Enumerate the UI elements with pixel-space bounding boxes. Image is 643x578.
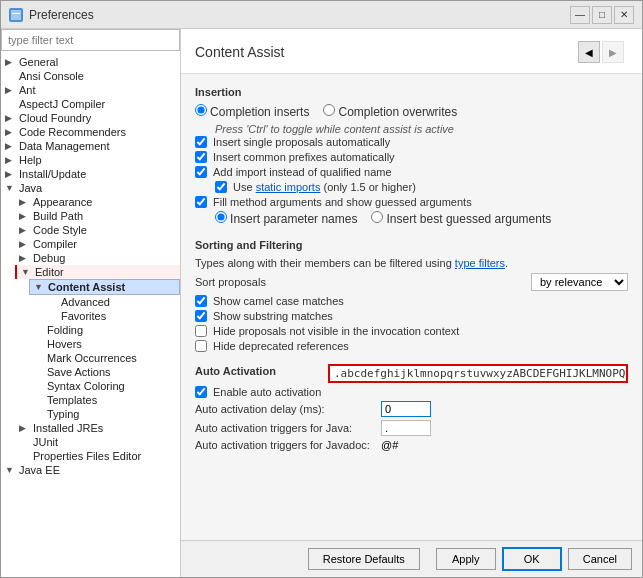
sidebar-item-general[interactable]: ▶ General — [1, 55, 180, 69]
javadoc-triggers-value: @# — [381, 439, 398, 451]
radio-completion-inserts[interactable] — [195, 104, 207, 116]
sidebar-item-ansi-console[interactable]: Ansi Console — [1, 69, 180, 83]
bottom-bar: Restore Defaults Apply OK Cancel — [181, 540, 642, 577]
sidebar-item-properties-file-editor[interactable]: Properties Files Editor — [15, 449, 180, 463]
sidebar-item-mark-occurrences[interactable]: Mark Occurrences — [29, 351, 180, 365]
sidebar-item-compiler[interactable]: ▶ Compiler — [15, 237, 180, 251]
title-bar-left: Preferences — [9, 8, 94, 22]
cb-enable-auto-label: Enable auto activation — [213, 386, 321, 398]
sidebar-item-folding[interactable]: Folding — [29, 323, 180, 337]
cb-enable-auto[interactable] — [195, 386, 207, 398]
cb-prefixes[interactable] — [195, 151, 207, 163]
delay-input[interactable] — [381, 401, 431, 417]
radio-completion-inserts-label: Completion inserts — [195, 104, 309, 119]
sidebar-item-ant[interactable]: ▶ Ant — [1, 83, 180, 97]
cb-camel-row: Show camel case matches — [195, 295, 628, 307]
window-title: Preferences — [29, 8, 94, 22]
editor-children: ▼ Content Assist Advanced Favorites — [15, 279, 180, 421]
radio-completion-overwrites[interactable] — [323, 104, 335, 116]
nav-forward-button[interactable]: ▶ — [602, 41, 624, 63]
cancel-button[interactable]: Cancel — [568, 548, 632, 570]
cb-import-row: Add import instead of qualified name — [195, 166, 628, 178]
radio-best-guessed[interactable] — [371, 211, 383, 223]
sidebar-item-cloud-foundry[interactable]: ▶ Cloud Foundry — [1, 111, 180, 125]
cb-not-visible-label: Hide proposals not visible in the invoca… — [213, 325, 459, 337]
cb-single-row: Insert single proposals automatically — [195, 136, 628, 148]
cb-static-label: Use static imports (only 1.5 or higher) — [233, 181, 416, 193]
sidebar-item-help[interactable]: ▶ Help — [1, 153, 180, 167]
delay-row: Auto activation delay (ms): — [195, 401, 628, 417]
cb-not-visible[interactable] — [195, 325, 207, 337]
sidebar-item-install-update[interactable]: ▶ Install/Update — [1, 167, 180, 181]
sidebar-item-hovers[interactable]: Hovers — [29, 337, 180, 351]
ok-button[interactable]: OK — [502, 547, 562, 571]
sidebar-item-content-assist[interactable]: ▼ Content Assist — [29, 279, 180, 295]
guessed-args-radio-group: Insert parameter names Insert best guess… — [195, 211, 628, 226]
sidebar-item-favorites[interactable]: Favorites — [43, 309, 180, 323]
content-assist-children: Advanced Favorites — [29, 295, 180, 323]
cb-static-row: Use static imports (only 1.5 or higher) — [195, 181, 628, 193]
sidebar-item-typing[interactable]: Typing — [29, 407, 180, 421]
sidebar-item-installed-jres[interactable]: ▶ Installed JREs — [15, 421, 180, 435]
close-button[interactable]: ✕ — [614, 6, 634, 24]
javadoc-triggers-row: Auto activation triggers for Javadoc: @# — [195, 439, 628, 451]
cb-prefixes-row: Insert common prefixes automatically — [195, 151, 628, 163]
cb-not-visible-row: Hide proposals not visible in the invoca… — [195, 325, 628, 337]
cb-deprecated[interactable] — [195, 340, 207, 352]
sidebar-item-java-ee[interactable]: ▼ Java EE — [1, 463, 180, 477]
cb-single-label: Insert single proposals automatically — [213, 136, 390, 148]
maximize-button[interactable]: □ — [592, 6, 612, 24]
static-imports-link[interactable]: static imports — [256, 181, 321, 193]
sidebar-item-save-actions[interactable]: Save Actions — [29, 365, 180, 379]
delay-label: Auto activation delay (ms): — [195, 403, 375, 415]
svg-rect-1 — [12, 13, 20, 14]
sidebar-item-code-recommenders[interactable]: ▶ Code Recommenders — [1, 125, 180, 139]
radio-param-names[interactable] — [215, 211, 227, 223]
cb-camel[interactable] — [195, 295, 207, 307]
type-filters-link[interactable]: type filters — [455, 257, 505, 269]
window-icon — [9, 8, 23, 22]
sidebar-item-templates[interactable]: Templates — [29, 393, 180, 407]
cb-substring-row: Show substring matches — [195, 310, 628, 322]
sidebar-item-build-path[interactable]: ▶ Build Path — [15, 209, 180, 223]
panel-title: Content Assist — [195, 44, 285, 60]
auto-activation-header-row: Auto Activation .abcdefghijklmnopqrstuvw… — [195, 363, 628, 383]
cb-single[interactable] — [195, 136, 207, 148]
minimize-button[interactable]: — — [570, 6, 590, 24]
cb-substring-label: Show substring matches — [213, 310, 333, 322]
cb-import-label: Add import instead of qualified name — [213, 166, 392, 178]
content-area: ▶ General Ansi Console ▶ Ant AspectJ Com… — [1, 29, 642, 577]
sort-row: Sort proposals by relevance alphabetical… — [195, 273, 628, 291]
sidebar-item-code-style[interactable]: ▶ Code Style — [15, 223, 180, 237]
sidebar-item-java[interactable]: ▼ Java — [1, 181, 180, 195]
sorting-section-title: Sorting and Filtering — [195, 239, 628, 251]
nav-back-button[interactable]: ◀ — [578, 41, 600, 63]
tree: ▶ General Ansi Console ▶ Ant AspectJ Com… — [1, 51, 180, 577]
sort-proposals-label: Sort proposals — [195, 276, 266, 288]
cb-import[interactable] — [195, 166, 207, 178]
cb-deprecated-label: Hide deprecated references — [213, 340, 349, 352]
apply-button[interactable]: Apply — [436, 548, 496, 570]
insertion-section-title: Insertion — [195, 86, 628, 98]
sidebar-item-syntax-coloring[interactable]: Syntax Coloring — [29, 379, 180, 393]
sidebar-item-data-management[interactable]: ▶ Data Management — [1, 139, 180, 153]
sidebar-item-editor[interactable]: ▼ Editor — [15, 265, 180, 279]
restore-defaults-button[interactable]: Restore Defaults — [308, 548, 420, 570]
cb-fill[interactable] — [195, 196, 207, 208]
cb-static[interactable] — [215, 181, 227, 193]
cb-prefixes-label: Insert common prefixes automatically — [213, 151, 395, 163]
sidebar-item-advanced[interactable]: Advanced — [43, 295, 180, 309]
sidebar-item-junit[interactable]: JUnit — [15, 435, 180, 449]
sidebar-item-debug[interactable]: ▶ Debug — [15, 251, 180, 265]
cb-deprecated-row: Hide deprecated references — [195, 340, 628, 352]
panel-content: Insertion Completion inserts Completion … — [181, 74, 642, 540]
sidebar: ▶ General Ansi Console ▶ Ant AspectJ Com… — [1, 29, 181, 577]
filter-input[interactable] — [1, 29, 180, 51]
cb-substring[interactable] — [195, 310, 207, 322]
sidebar-item-aspectj[interactable]: AspectJ Compiler — [1, 97, 180, 111]
sidebar-item-appearance[interactable]: ▶ Appearance — [15, 195, 180, 209]
sort-proposals-select[interactable]: by relevance alphabetically — [531, 273, 628, 291]
type-filters-info: Types along with their members can be fi… — [195, 257, 628, 269]
cb-fill-label: Fill method arguments and show guessed a… — [213, 196, 472, 208]
java-triggers-input[interactable] — [381, 420, 431, 436]
